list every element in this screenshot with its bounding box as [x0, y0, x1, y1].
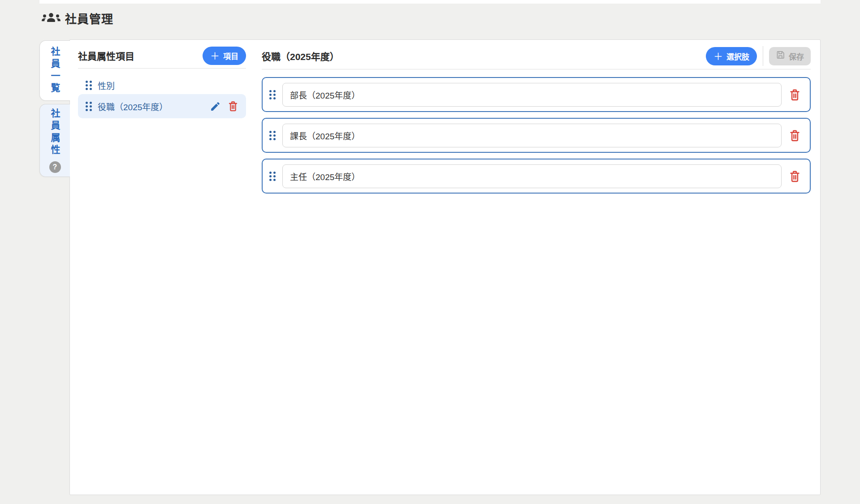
save-button-label: 保存: [789, 51, 804, 62]
tab-employee-attributes[interactable]: 社員属性 ?: [39, 104, 70, 177]
options-panel: 役職（2025年度） ＋ 選択肢 保存: [254, 40, 820, 208]
option-list: [262, 77, 811, 194]
options-title: 役職（2025年度）: [262, 49, 339, 63]
add-option-button[interactable]: ＋ 選択肢: [706, 47, 757, 65]
attribute-list: 性別 役職（2025年度）: [78, 76, 246, 118]
row-actions: [210, 100, 238, 112]
option-input[interactable]: [282, 124, 782, 147]
side-tabs: 社員一覧 社員属性 ?: [39, 40, 70, 177]
trash-icon[interactable]: [228, 100, 238, 112]
plus-icon: ＋: [210, 51, 220, 60]
attribute-items-title: 社員属性項目: [78, 49, 134, 62]
attribute-label: 役職（2025年度）: [98, 100, 168, 112]
tab-employee-list[interactable]: 社員一覧: [39, 40, 70, 101]
options-header-actions: ＋ 選択肢 保存: [706, 46, 811, 66]
add-option-button-label: 選択肢: [726, 51, 749, 62]
page-title: 社員管理: [65, 10, 113, 26]
option-card: [262, 159, 811, 194]
add-item-button[interactable]: ＋ 項目: [203, 47, 246, 65]
add-item-button-label: 項目: [223, 50, 238, 61]
header-bottom-strip: [39, 0, 821, 4]
drag-handle-icon[interactable]: [269, 90, 276, 99]
drag-handle-icon[interactable]: [269, 131, 276, 140]
people-group-icon: [42, 12, 61, 25]
divider: [763, 46, 763, 66]
attribute-row-position[interactable]: 役職（2025年度）: [78, 94, 246, 118]
options-header: 役職（2025年度） ＋ 選択肢 保存: [262, 46, 811, 66]
attribute-items-panel: 社員属性項目 ＋ 項目 性別 役職（2025年度）: [70, 40, 254, 127]
attribute-items-header: 社員属性項目 ＋ 項目: [78, 46, 246, 65]
option-card: [262, 77, 811, 112]
drag-handle-icon[interactable]: [269, 172, 276, 181]
attribute-label: 性別: [98, 79, 115, 91]
question-icon[interactable]: ?: [49, 161, 61, 173]
drag-handle-icon[interactable]: [86, 102, 92, 111]
tab-employee-attributes-label: 社員属性: [50, 108, 60, 157]
option-card: [262, 118, 811, 153]
trash-icon[interactable]: [789, 129, 801, 142]
divider: [78, 68, 246, 69]
attribute-row-gender[interactable]: 性別: [78, 76, 246, 94]
option-input[interactable]: [282, 164, 782, 188]
trash-icon[interactable]: [789, 170, 801, 183]
tab-employee-list-label: 社員一覧: [50, 47, 60, 95]
edit-icon[interactable]: [210, 101, 221, 112]
drag-handle-icon[interactable]: [86, 81, 92, 90]
option-input[interactable]: [282, 83, 782, 107]
main-panel: 社員属性項目 ＋ 項目 性別 役職（2025年度）: [69, 39, 821, 495]
save-icon: [776, 50, 785, 62]
divider: [262, 69, 811, 69]
plus-icon: ＋: [713, 52, 723, 61]
save-button[interactable]: 保存: [769, 47, 811, 65]
trash-icon[interactable]: [789, 88, 801, 101]
page-title-bar: 社員管理: [42, 10, 113, 26]
